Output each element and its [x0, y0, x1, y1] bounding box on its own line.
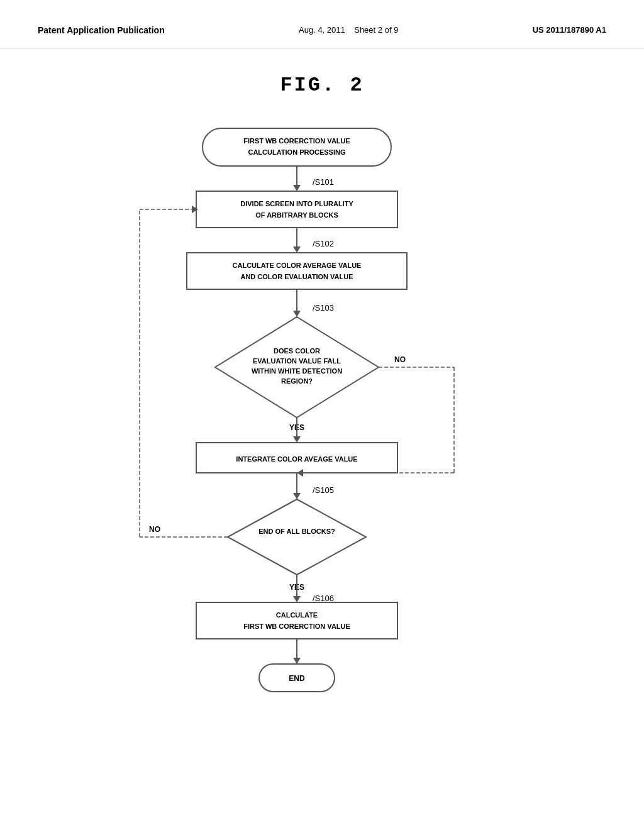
svg-text:NO: NO: [394, 355, 406, 364]
svg-text:CALCULATE: CALCULATE: [276, 611, 318, 619]
svg-marker-30: [293, 493, 301, 499]
svg-marker-32: [228, 499, 366, 575]
svg-text:FIRST WB CORERCTION VALUE: FIRST WB CORERCTION VALUE: [243, 137, 350, 145]
svg-text:AND COLOR EVALUATION VALUE: AND COLOR EVALUATION VALUE: [240, 273, 353, 280]
svg-text:/S103: /S103: [313, 303, 334, 313]
header-center: Aug. 4, 2011 Sheet 2 of 9: [299, 25, 398, 35]
publication-date: Aug. 4, 2011: [299, 25, 345, 35]
svg-text:REGION?: REGION?: [281, 377, 313, 385]
svg-text:NO: NO: [149, 525, 160, 534]
figure-title: FIG. 2: [0, 74, 644, 97]
svg-text:DIVIDE SCREEN INTO PLURALITY: DIVIDE SCREEN INTO PLURALITY: [240, 200, 353, 208]
svg-rect-0: [203, 128, 391, 166]
patent-number: US 2011/187890 A1: [533, 25, 606, 35]
svg-marker-4: [293, 185, 301, 191]
svg-text:INTEGRATE COLOR AVEAGE VALUE: INTEGRATE COLOR AVEAGE VALUE: [236, 455, 357, 463]
svg-text:DOES COLOR: DOES COLOR: [274, 347, 320, 355]
svg-marker-42: [293, 658, 301, 664]
sheet-info: Sheet 2 of 9: [354, 25, 398, 35]
svg-text:CALCULATION PROCESSING: CALCULATION PROCESSING: [248, 148, 345, 156]
svg-text:/S102: /S102: [313, 239, 334, 248]
svg-text:EVALUATION VALUE FALL: EVALUATION VALUE FALL: [253, 357, 341, 365]
svg-text:/S105: /S105: [313, 485, 334, 495]
svg-text:/S101: /S101: [313, 177, 334, 187]
svg-rect-38: [196, 602, 397, 639]
svg-text:END OF ALL BLOCKS?: END OF ALL BLOCKS?: [258, 528, 335, 535]
svg-rect-6: [196, 191, 397, 228]
svg-text:OF ARBITRARY BLOCKS: OF ARBITRARY BLOCKS: [255, 211, 338, 219]
svg-marker-16: [293, 311, 301, 317]
flowchart-diagram: FIRST WB CORERCTION VALUE CALCULATION PR…: [52, 116, 592, 795]
svg-text:END: END: [289, 674, 305, 683]
svg-rect-12: [187, 253, 407, 289]
svg-marker-36: [293, 596, 301, 602]
publication-title: Patent Application Publication: [38, 25, 165, 35]
svg-marker-10: [293, 246, 301, 253]
page-header: Patent Application Publication Aug. 4, 2…: [0, 0, 644, 48]
svg-text:FIRST WB CORERCTION VALUE: FIRST WB CORERCTION VALUE: [243, 622, 350, 630]
svg-marker-25: [293, 436, 301, 443]
svg-text:/S106: /S106: [313, 594, 334, 603]
svg-text:CALCULATE COLOR AVERAGE VALUE: CALCULATE COLOR AVERAGE VALUE: [233, 262, 362, 269]
svg-text:WITHIN WHITE DETECTION: WITHIN WHITE DETECTION: [252, 367, 342, 375]
